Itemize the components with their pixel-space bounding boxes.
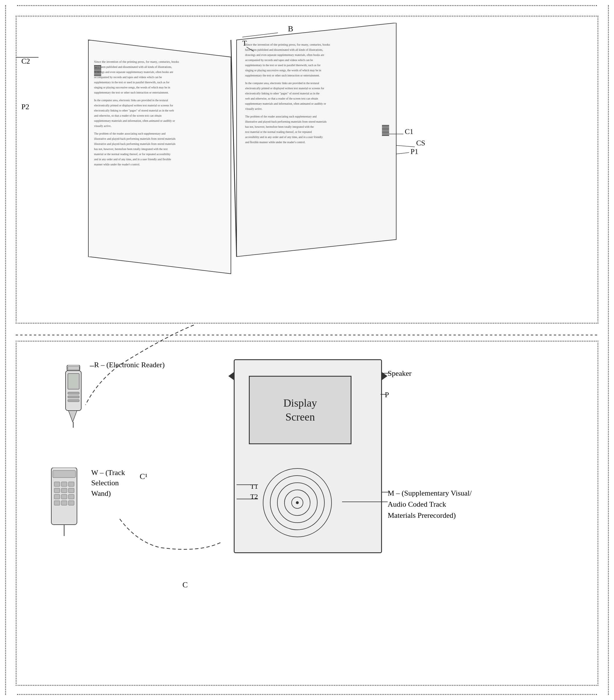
label-C2: C2 bbox=[21, 57, 30, 65]
svg-text:In the computer area, electron: In the computer area, electronic links a… bbox=[245, 82, 319, 85]
label-T2: T2 bbox=[250, 493, 258, 500]
svg-text:have been published and dissem: have been published and disseminated wit… bbox=[245, 48, 323, 51]
svg-text:and in any order and of any ti: and in any order and of any time, and in… bbox=[94, 158, 171, 161]
svg-text:electronically printed or disp: electronically printed or displayed writ… bbox=[94, 104, 173, 107]
svg-rect-81 bbox=[61, 495, 67, 499]
svg-text:singing or playing successive : singing or playing successive songs, the… bbox=[245, 69, 321, 72]
svg-text:electronically linking to othe: electronically linking to other "pages" … bbox=[94, 109, 174, 112]
label-R: R – (Electronic Reader) bbox=[94, 361, 165, 369]
svg-text:electronically printed or disp: electronically printed or displayed writ… bbox=[245, 87, 324, 90]
svg-text:supplementary in the text or u: supplementary in the text or used in par… bbox=[245, 64, 321, 67]
label-P-line bbox=[380, 394, 386, 395]
label-C1: C1 bbox=[405, 127, 413, 136]
speaker-left-icon bbox=[228, 372, 235, 381]
svg-rect-69 bbox=[68, 396, 79, 398]
svg-line-60 bbox=[396, 152, 409, 154]
label-M-line bbox=[382, 492, 389, 492]
svg-text:supplementary materials and in: supplementary materials and information,… bbox=[245, 102, 326, 105]
label-P2: P2 bbox=[21, 103, 29, 111]
svg-text:visually active.: visually active. bbox=[245, 107, 263, 110]
svg-text:drawings and even separate sup: drawings and even separate supplementary… bbox=[94, 71, 173, 74]
svg-text:text material or the normal re: text material or the normal reading ther… bbox=[245, 130, 312, 134]
svg-rect-79 bbox=[68, 488, 74, 493]
svg-text:illustrative and played-back p: illustrative and played-back performing … bbox=[94, 142, 176, 146]
svg-text:illustrative and played-back p: illustrative and played-back performing … bbox=[245, 120, 327, 123]
svg-text:The problem of the reader asso: The problem of the reader associating su… bbox=[245, 115, 316, 118]
svg-rect-73 bbox=[53, 471, 76, 478]
svg-text:material or the normal reading: material or the normal reading thereof, … bbox=[94, 152, 171, 156]
label-P: P bbox=[385, 391, 389, 399]
svg-text:accompanied by records and tap: accompanied by records and tapes and vid… bbox=[94, 76, 162, 79]
book-illustration: Since the invention of the printing pres… bbox=[43, 23, 556, 314]
label-T1: T1 bbox=[250, 483, 258, 490]
label-W: W – (TrackSelectionWand) bbox=[91, 467, 125, 499]
svg-text:electronically linking to othe: electronically linking to other "pages" … bbox=[245, 92, 319, 95]
border-bottom bbox=[17, 694, 597, 695]
reader-device-svg bbox=[57, 365, 91, 428]
svg-text:The problem of the reader asso: The problem of the reader associating su… bbox=[94, 132, 165, 135]
svg-rect-74 bbox=[54, 482, 60, 486]
svg-rect-83 bbox=[54, 501, 60, 505]
svg-text:supplementary materials and in: supplementary materials and information,… bbox=[94, 119, 175, 122]
svg-text:illustrative and played-back p: illustrative and played-back performing … bbox=[94, 137, 176, 140]
label-C2-line bbox=[16, 57, 38, 58]
svg-text:singing or playing successive : singing or playing successive songs, the… bbox=[94, 86, 170, 89]
svg-text:has not, however, heretofore b: has not, however, heretofore been totall… bbox=[245, 125, 314, 128]
svg-rect-67 bbox=[68, 374, 79, 389]
svg-rect-75 bbox=[61, 482, 67, 486]
svg-text:accessibility and in any order: accessibility and in any order and of an… bbox=[245, 135, 323, 139]
svg-text:and flexible manner while unde: and flexible manner while under the read… bbox=[245, 140, 305, 144]
svg-rect-84 bbox=[61, 501, 67, 505]
svg-text:In the computer area, electron: In the computer area, electronic links a… bbox=[94, 99, 168, 102]
track-selection-wand bbox=[46, 467, 86, 537]
svg-rect-65 bbox=[68, 366, 79, 370]
svg-rect-80 bbox=[54, 495, 60, 499]
svg-text:manner while under the reader': manner while under the reader's control. bbox=[94, 163, 140, 166]
label-speaker: Speaker bbox=[388, 369, 412, 378]
svg-text:Since the invention of the pri: Since the invention of the printing pres… bbox=[245, 43, 330, 46]
label-T: T bbox=[242, 39, 247, 47]
svg-text:drawings and even separate sup: drawings and even separate supplementary… bbox=[245, 53, 324, 57]
svg-text:has not, however, heretofore b: has not, however, heretofore been totall… bbox=[94, 147, 167, 151]
svg-text:visually active.: visually active. bbox=[94, 124, 111, 127]
svg-text:Since the invention of the pri: Since the invention of the printing pres… bbox=[94, 60, 179, 63]
svg-rect-68 bbox=[68, 392, 79, 394]
svg-text:accompanied by records and tap: accompanied by records and tapes and vid… bbox=[245, 59, 313, 62]
label-M: M – (Supplementary Visual/Audio Coded Tr… bbox=[388, 488, 472, 521]
svg-rect-70 bbox=[68, 399, 79, 402]
svg-text:supplementary in the text or u: supplementary in the text or used in par… bbox=[94, 81, 170, 84]
concentric-circles-svg bbox=[260, 466, 334, 540]
svg-rect-77 bbox=[54, 488, 60, 493]
border-left bbox=[5, 5, 6, 695]
svg-rect-76 bbox=[68, 482, 74, 486]
svg-line-58 bbox=[396, 146, 415, 147]
svg-text:have been published and dissem: have been published and disseminated wit… bbox=[94, 65, 172, 68]
svg-rect-82 bbox=[68, 495, 74, 499]
track-disc bbox=[260, 466, 334, 540]
wand-device-svg bbox=[46, 467, 86, 536]
display-screen-label: DisplayScreen bbox=[283, 396, 317, 424]
svg-point-92 bbox=[296, 501, 299, 504]
svg-text:supplementary the text or othe: supplementary the text or other such int… bbox=[245, 74, 320, 77]
electronic-reader bbox=[57, 365, 91, 429]
svg-text:supplementary the text or othe: supplementary the text or other such int… bbox=[94, 91, 169, 94]
display-device: DisplayScreen T1 T2 bbox=[234, 359, 382, 553]
border-right bbox=[608, 5, 609, 695]
svg-text:and otherwise, so that a reade: and otherwise, so that a reader of the s… bbox=[94, 114, 162, 117]
svg-rect-85 bbox=[68, 501, 74, 505]
label-R-line bbox=[90, 366, 94, 366]
border-top bbox=[17, 5, 597, 6]
label-P1: P1 bbox=[411, 147, 418, 156]
display-screen-area: DisplayScreen bbox=[249, 376, 351, 444]
svg-line-55 bbox=[231, 40, 237, 257]
svg-rect-78 bbox=[61, 488, 67, 493]
label-CS: CS bbox=[416, 139, 425, 147]
label-B: B bbox=[288, 24, 293, 33]
svg-text:web and otherwise, so that a r: web and otherwise, so that a reader of t… bbox=[245, 97, 318, 100]
label-speaker-line bbox=[382, 373, 389, 374]
